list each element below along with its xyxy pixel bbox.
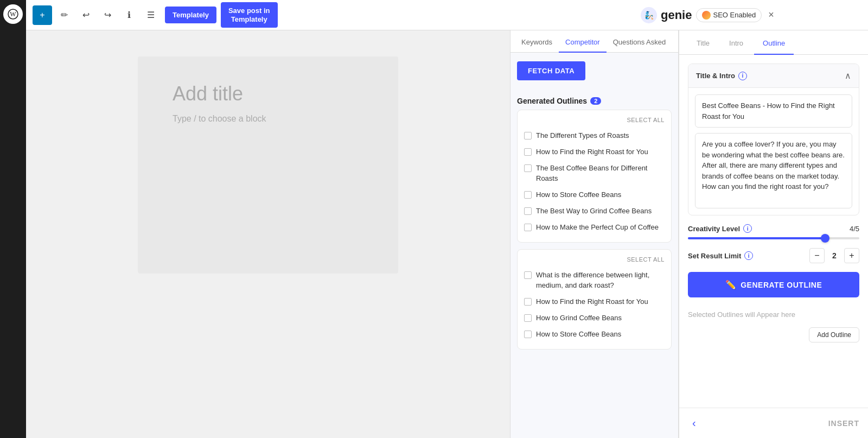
outlines-heading: Generated Outlines 2 [510, 89, 678, 105]
creativity-label-row: Creativity Level i 4/5 [688, 224, 859, 233]
tab-title[interactable]: Title [688, 30, 718, 55]
svg-text:🧞: 🧞 [644, 11, 654, 20]
bottom-bar: ‹ INSERT [679, 408, 868, 438]
checkbox-1-6[interactable] [524, 224, 532, 231]
creativity-slider-thumb[interactable] [821, 234, 829, 243]
editor-content: Add title Type / to choose a block [26, 30, 510, 438]
info-button[interactable]: ℹ [119, 5, 139, 25]
outline-text-1-3: The Best Coffee Beans for Different Roas… [536, 163, 665, 183]
edit-button[interactable]: ✏ [54, 5, 74, 25]
undo-button[interactable]: ↩ [76, 5, 95, 25]
checkbox-2-1[interactable] [524, 271, 532, 279]
limit-plus-button[interactable]: + [844, 248, 859, 263]
undo-icon: ↩ [82, 10, 90, 20]
tab-keywords[interactable]: Keywords [515, 30, 559, 53]
outline-item-1-4[interactable]: How to Store Coffee Beans [524, 187, 665, 203]
intro-textarea[interactable]: Are you a coffee lover? If you are, you … [695, 133, 852, 208]
add-outline-button[interactable]: Add Outline [809, 327, 859, 342]
limit-minus-button[interactable]: − [809, 248, 825, 263]
outline-item-1-1[interactable]: The Different Types of Roasts [524, 128, 665, 144]
fetch-data-button[interactable]: FETCH DATA [517, 61, 585, 80]
generate-outline-label: GENERATE OUTLINE [741, 281, 822, 289]
creativity-label-text: Creativity Level [688, 225, 740, 233]
doc-block-placeholder[interactable]: Type / to choose a block [173, 114, 363, 124]
outline-text-2-2: How to Find the Right Roast for You [536, 297, 648, 307]
checkbox-1-5[interactable] [524, 207, 532, 215]
outline-text-1-4: How to Store Coffee Beans [536, 190, 621, 200]
outlines-content: SELECT ALL The Different Types of Roasts… [510, 105, 678, 438]
outlines-count: 2 [590, 97, 601, 105]
title-intro-collapse-button[interactable]: ∧ [845, 71, 851, 81]
outline-text-1-2: How to Find the Right Roast for You [536, 147, 648, 157]
checkbox-2-4[interactable] [524, 331, 532, 338]
select-all-row-2: SELECT ALL [524, 256, 665, 263]
insert-button[interactable]: INSERT [828, 419, 859, 428]
checkbox-1-4[interactable] [524, 191, 532, 199]
doc-title-placeholder[interactable]: Add title [173, 82, 363, 105]
add-block-button[interactable]: + [33, 5, 52, 25]
title-intro-card: Title & Intro i ∧ Best Coffee Beans - Ho… [688, 64, 859, 215]
outline-text-1-6: How to Make the Perfect Cup of Coffee [536, 223, 659, 232]
menu-button[interactable]: ☰ [141, 5, 161, 25]
outline-text-1-1: The Different Types of Roasts [536, 131, 629, 141]
result-limit-row: Set Result Limit i − 2 + [688, 248, 859, 263]
back-nav-button[interactable]: ‹ [688, 415, 700, 431]
title-textarea[interactable]: Best Coffee Beans - How to Find the Righ… [695, 94, 852, 128]
outline-item-2-3[interactable]: How to Grind Coffee Beans [524, 310, 665, 326]
tab-outline[interactable]: Outline [754, 30, 794, 55]
templately-button[interactable]: Templately [165, 7, 216, 23]
outline-item-2-2[interactable]: How to Find the Right Roast for You [524, 294, 665, 310]
outline-item-1-3[interactable]: The Best Coffee Beans for Different Roas… [524, 160, 665, 186]
limit-value: 2 [829, 251, 840, 260]
select-all-link-2[interactable]: SELECT ALL [627, 256, 665, 263]
svg-text:W: W [10, 10, 16, 18]
tab-competitor[interactable]: Competitor [559, 30, 607, 53]
result-limit-info-icon[interactable]: i [744, 251, 753, 260]
checkbox-2-2[interactable] [524, 298, 532, 306]
limit-controls: − 2 + [809, 248, 859, 263]
select-all-link-1[interactable]: SELECT ALL [627, 117, 665, 123]
outline-item-1-5[interactable]: The Best Way to Grind Coffee Beans [524, 203, 665, 219]
checkbox-1-3[interactable] [524, 164, 532, 172]
outline-card-2: SELECT ALL What is the difference betwee… [517, 249, 672, 350]
creativity-value: 4/5 [850, 225, 859, 233]
result-limit-label-text: Set Result Limit [688, 252, 741, 260]
outline-item-1-2[interactable]: How to Find the Right Roast for You [524, 144, 665, 160]
title-intro-section-title: Title & Intro i [696, 72, 747, 80]
title-intro-header: Title & Intro i ∧ [688, 64, 859, 88]
tab-intro[interactable]: Intro [720, 30, 752, 55]
editor-main: Add title Type / to choose a block Keywo… [26, 30, 868, 438]
creativity-slider-track[interactable] [688, 237, 859, 239]
selected-placeholder: Selected Outlines will Appear here [688, 306, 859, 323]
redo-button[interactable]: ↪ [98, 5, 117, 25]
wp-logo: W [3, 4, 23, 24]
wp-sidebar: W [0, 0, 26, 438]
tab-questions-asked[interactable]: Questions Asked [607, 30, 673, 53]
generate-outline-button[interactable]: ✏️ GENERATE OUTLINE [688, 272, 859, 297]
checkbox-1-1[interactable] [524, 132, 532, 139]
pencil-generate-icon: ✏️ [725, 280, 737, 290]
outline-item-2-4[interactable]: How to Store Coffee Beans [524, 326, 665, 342]
checkbox-1-2[interactable] [524, 148, 532, 156]
creativity-label: Creativity Level i [688, 224, 752, 233]
outline-item-2-1[interactable]: What is the difference between light, me… [524, 267, 665, 293]
close-button[interactable]: × [766, 7, 776, 23]
right-content: Title & Intro i ∧ Best Coffee Beans - Ho… [679, 55, 868, 408]
outlines-title: Generated Outlines [517, 97, 587, 105]
pencil-icon: ✏ [61, 10, 68, 20]
title-intro-label: Title & Intro [696, 72, 735, 80]
plus-icon: + [40, 10, 44, 20]
creativity-section: Creativity Level i 4/5 [688, 224, 859, 239]
genie-header: 🧞 genie SEO Enabled × [634, 0, 868, 30]
creativity-info-icon[interactable]: i [743, 224, 752, 233]
genie-logo: 🧞 genie [640, 7, 692, 24]
genie-panel: Keywords Competitor Questions Asked FETC… [510, 30, 868, 438]
title-intro-info-icon[interactable]: i [738, 72, 747, 80]
outline-text-2-3: How to Grind Coffee Beans [536, 313, 622, 323]
checkbox-2-3[interactable] [524, 314, 532, 322]
outline-item-1-6[interactable]: How to Make the Perfect Cup of Coffee [524, 219, 665, 236]
save-post-button[interactable]: Save post in Templately [221, 2, 278, 28]
outlines-tabs: Keywords Competitor Questions Asked [510, 30, 678, 53]
genie-logo-icon: 🧞 [640, 7, 658, 24]
outline-text-2-4: How to Store Coffee Beans [536, 329, 621, 339]
